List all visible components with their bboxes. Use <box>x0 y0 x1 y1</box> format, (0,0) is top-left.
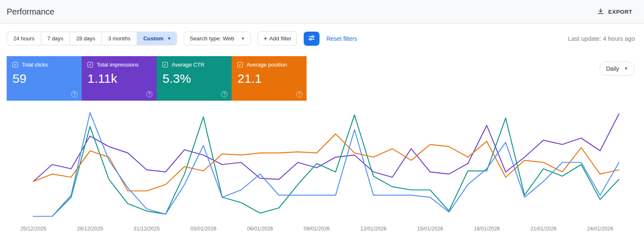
granularity-select[interactable]: Daily ▼ <box>599 62 635 76</box>
series-line-average-ctr <box>33 115 619 216</box>
help-icon[interactable]: ? <box>146 91 152 97</box>
help-icon[interactable]: ? <box>71 91 77 97</box>
performance-line-chart[interactable]: 25/12/202528/12/202531/12/202503/01/2026… <box>7 103 637 235</box>
filter-row: 24 hours7 days28 days3 months Custom ▼ S… <box>0 24 644 50</box>
metric-checkbox[interactable]: ✓ <box>237 62 243 67</box>
help-icon[interactable]: ? <box>296 91 302 97</box>
add-filter-label: Add filter <box>269 35 291 42</box>
metric-value: 5.3% <box>162 72 226 86</box>
x-axis-tick-label: 24/01/2026 <box>587 226 613 232</box>
metric-value: 21.1 <box>237 72 301 86</box>
metric-label: Average CTR <box>172 62 205 68</box>
plus-icon: + <box>263 35 267 42</box>
metric-cards: ✓Total clicks59?✓Total impressions1.11k?… <box>7 56 307 101</box>
export-label: EXPORT <box>608 9 632 15</box>
reset-filters-link[interactable]: Reset filters <box>326 35 357 42</box>
x-axis-tick-label: 15/01/2026 <box>417 226 443 232</box>
tune-filter-icon <box>308 34 315 43</box>
x-axis-tick-label: 28/12/2025 <box>77 226 103 232</box>
metrics-row: ✓Total clicks59?✓Total impressions1.11k?… <box>0 50 644 101</box>
x-axis-tick-label: 12/01/2026 <box>360 226 387 232</box>
x-axis-tick-label: 21/01/2026 <box>530 226 557 232</box>
filter-panel-toggle-button[interactable] <box>304 32 320 46</box>
page-title: Performance <box>7 7 55 17</box>
download-icon <box>597 7 604 16</box>
search-type-select[interactable]: Search type: Web ▼ <box>184 32 251 45</box>
granularity-label: Daily <box>606 65 619 72</box>
x-axis-tick-label: 03/01/2026 <box>190 226 217 232</box>
x-axis-tick-label: 18/01/2026 <box>474 226 500 232</box>
x-axis-tick-label: 09/01/2026 <box>304 226 330 232</box>
x-axis-tick-label: 25/12/2025 <box>20 226 47 232</box>
metric-value: 1.11k <box>87 72 151 86</box>
date-range-24-hours[interactable]: 24 hours <box>7 32 41 45</box>
metric-checkbox[interactable]: ✓ <box>12 62 18 67</box>
metric-card-average-ctr[interactable]: ✓Average CTR5.3%? <box>157 56 232 101</box>
date-range-custom-label: Custom <box>143 35 163 42</box>
chevron-down-icon: ▼ <box>624 67 628 71</box>
help-icon[interactable]: ? <box>221 91 227 97</box>
chevron-down-icon: ▼ <box>241 37 245 41</box>
series-line-total-clicks <box>33 113 619 216</box>
metric-checkbox[interactable]: ✓ <box>87 62 93 67</box>
metric-label: Total clicks <box>22 62 48 68</box>
top-bar: Performance EXPORT <box>0 0 644 24</box>
performance-chart-container: 25/12/202528/12/202531/12/202503/01/2026… <box>7 103 637 235</box>
x-axis-tick-label: 06/01/2026 <box>247 226 273 232</box>
last-update-text: Last update: 4 hours ago <box>568 35 635 42</box>
chevron-down-icon: ▼ <box>167 37 171 41</box>
metric-card-average-position[interactable]: ✓Average position21.1? <box>232 56 307 101</box>
x-axis-tick-label: 31/12/2025 <box>134 226 160 232</box>
export-button[interactable]: EXPORT <box>594 7 635 17</box>
date-range-28-days[interactable]: 28 days <box>70 32 102 45</box>
add-filter-button[interactable]: + Add filter <box>257 31 297 46</box>
metric-label: Total impressions <box>97 62 138 68</box>
series-line-total-impressions <box>33 114 619 182</box>
date-range-3-months[interactable]: 3 months <box>102 32 137 45</box>
metric-checkbox[interactable]: ✓ <box>162 62 168 67</box>
metric-label: Average position <box>247 62 287 68</box>
search-type-label: Search type: Web <box>190 35 234 42</box>
metric-card-total-impressions[interactable]: ✓Total impressions1.11k? <box>82 56 157 101</box>
date-range-7-days[interactable]: 7 days <box>41 32 70 45</box>
metric-value: 59 <box>12 72 76 86</box>
date-range-custom[interactable]: Custom ▼ <box>137 32 177 45</box>
metric-card-total-clicks[interactable]: ✓Total clicks59? <box>7 56 82 101</box>
date-range-group: 24 hours7 days28 days3 months Custom ▼ <box>7 32 177 45</box>
